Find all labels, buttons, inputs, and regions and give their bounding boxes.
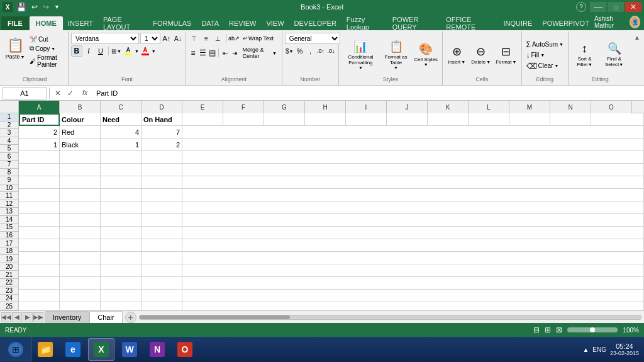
cell-d15[interactable] bbox=[142, 290, 182, 302]
col-header-b[interactable]: B bbox=[60, 101, 101, 113]
italic-button[interactable]: I bbox=[83, 45, 94, 57]
save-quick-btn[interactable]: 💾 bbox=[15, 3, 28, 12]
cell-c13[interactable] bbox=[101, 264, 142, 277]
cell-b9[interactable] bbox=[60, 214, 101, 227]
cell-b13[interactable] bbox=[60, 264, 101, 277]
tab-fuzzy-lookup[interactable]: Fuzzy Lookup bbox=[341, 16, 387, 30]
maximize-btn[interactable]: □ bbox=[608, 2, 624, 12]
cell-b2[interactable]: Red bbox=[60, 126, 101, 139]
cell-b11[interactable] bbox=[60, 239, 101, 252]
increase-decimal-btn[interactable]: .0↑ bbox=[316, 45, 326, 57]
cell-i1[interactable] bbox=[346, 113, 387, 126]
page-layout-view-btn[interactable]: ⊞ bbox=[545, 325, 551, 334]
row-num-9[interactable]: 9 bbox=[0, 176, 18, 184]
cell-e4[interactable] bbox=[182, 151, 644, 164]
formula-input[interactable] bbox=[94, 87, 641, 99]
tab-insert[interactable]: INSERT bbox=[63, 16, 98, 30]
clock[interactable]: 05:24 23-02-2015 bbox=[610, 342, 639, 356]
cell-e3[interactable] bbox=[182, 139, 644, 151]
cell-d12[interactable] bbox=[142, 252, 182, 264]
insert-btn[interactable]: ⊕ Insert▼ bbox=[445, 38, 468, 71]
cell-a7[interactable] bbox=[19, 189, 60, 201]
cell-e15[interactable] bbox=[182, 290, 644, 302]
cell-j1[interactable] bbox=[387, 113, 428, 126]
col-header-c[interactable]: C bbox=[101, 101, 142, 113]
format-painter-button[interactable]: 🖌 Format Painter bbox=[28, 54, 65, 69]
tab-power-query[interactable]: POWER QUERY bbox=[387, 16, 441, 30]
cell-e10[interactable] bbox=[182, 227, 644, 239]
number-format-select[interactable]: General bbox=[285, 33, 340, 44]
row-num-3[interactable]: 3 bbox=[0, 129, 18, 137]
clear-btn[interactable]: ⌫ Clear ▼ bbox=[525, 61, 561, 71]
cell-d13[interactable] bbox=[142, 264, 182, 277]
row-num-7[interactable]: 7 bbox=[0, 161, 18, 169]
add-sheet-btn[interactable]: + bbox=[125, 312, 136, 323]
accounting-format-btn[interactable]: $▼ bbox=[285, 45, 294, 57]
taskbar-ie[interactable]: e bbox=[60, 338, 86, 361]
cell-m1[interactable] bbox=[509, 113, 550, 126]
copy-button[interactable]: ⧉ Copy ▼ bbox=[28, 44, 65, 53]
tab-data[interactable]: DATA bbox=[196, 16, 224, 30]
fill-color-button[interactable]: A bbox=[123, 45, 134, 57]
cell-b8[interactable] bbox=[60, 201, 101, 214]
tab-powerpivot[interactable]: POWERPIVOT bbox=[537, 16, 594, 30]
row-num-2[interactable]: 2 bbox=[0, 122, 18, 130]
cell-a13[interactable] bbox=[19, 264, 60, 277]
cell-a16[interactable] bbox=[19, 302, 60, 310]
start-button[interactable]: ⊞ bbox=[0, 337, 31, 362]
cell-e11[interactable] bbox=[182, 239, 644, 252]
cell-e6[interactable] bbox=[182, 176, 644, 189]
sheet-scroll-left-btn[interactable]: ◀◀ bbox=[1, 312, 11, 322]
tab-page-layout[interactable]: PAGE LAYOUT bbox=[98, 16, 148, 30]
cell-d5[interactable] bbox=[142, 164, 182, 176]
row-num-1[interactable]: 1 bbox=[0, 113, 18, 122]
row-num-17[interactable]: 17 bbox=[0, 239, 18, 247]
decrease-indent-btn[interactable]: ⇤ bbox=[221, 47, 230, 59]
col-header-j[interactable]: J bbox=[387, 101, 428, 113]
decrease-decimal-btn[interactable]: .0↓ bbox=[326, 45, 336, 57]
ribbon-expand-btn[interactable]: ▲ bbox=[633, 33, 641, 42]
qa-dropdown-btn[interactable]: ▼ bbox=[53, 4, 61, 10]
format-btn[interactable]: ⊟ Format▼ bbox=[494, 38, 518, 71]
row-num-21[interactable]: 21 bbox=[0, 271, 18, 279]
cell-e14[interactable] bbox=[182, 277, 644, 290]
cell-e2[interactable] bbox=[182, 126, 644, 139]
cell-e7[interactable] bbox=[182, 189, 644, 201]
cell-c3[interactable]: 1 bbox=[101, 139, 142, 151]
cell-a14[interactable] bbox=[19, 277, 60, 290]
sheet-tab-chair[interactable]: Chair bbox=[89, 311, 122, 324]
row-num-14[interactable]: 14 bbox=[0, 216, 18, 224]
tab-view[interactable]: VIEW bbox=[261, 16, 289, 30]
cell-b14[interactable] bbox=[60, 277, 101, 290]
sheet-scroll-prev-btn[interactable]: ◀ bbox=[12, 312, 22, 322]
taskbar-misc2[interactable]: O bbox=[172, 338, 197, 361]
cell-e8[interactable] bbox=[182, 201, 644, 214]
cell-g1[interactable] bbox=[264, 113, 305, 126]
align-right-btn[interactable]: ▤ bbox=[208, 47, 216, 59]
cell-d14[interactable] bbox=[142, 277, 182, 290]
font-size-select[interactable]: 11 bbox=[140, 33, 160, 44]
tab-office-remote[interactable]: OFFICE REMOTE bbox=[441, 16, 498, 30]
col-header-o[interactable]: O bbox=[591, 101, 632, 113]
taskbar-file-explorer[interactable]: 📁 bbox=[33, 338, 58, 361]
cell-d2[interactable]: 7 bbox=[142, 126, 182, 139]
sheet-scroll-next-btn[interactable]: ▶ bbox=[23, 312, 33, 322]
redo-quick-btn[interactable]: ↪ bbox=[42, 3, 50, 11]
normal-view-btn[interactable]: ⊟ bbox=[533, 325, 540, 334]
cell-c5[interactable] bbox=[101, 164, 142, 176]
underline-button[interactable]: U bbox=[95, 45, 106, 57]
cell-k1[interactable] bbox=[428, 113, 469, 126]
cell-b1[interactable]: Colour bbox=[60, 113, 101, 126]
cell-e9[interactable] bbox=[182, 214, 644, 227]
border-button[interactable]: ⊞▼ bbox=[111, 45, 122, 57]
col-header-d[interactable]: D bbox=[142, 101, 182, 113]
cell-c12[interactable] bbox=[101, 252, 142, 264]
cell-d1[interactable]: On Hand bbox=[142, 113, 182, 126]
percent-format-btn[interactable]: % bbox=[295, 45, 304, 57]
cell-a15[interactable] bbox=[19, 290, 60, 302]
cell-n1[interactable] bbox=[550, 113, 591, 126]
autosum-btn[interactable]: Σ AutoSum ▼ bbox=[525, 40, 566, 50]
cut-button[interactable]: ✂️ Cut bbox=[28, 35, 65, 43]
cell-d10[interactable] bbox=[142, 227, 182, 239]
align-bottom-btn[interactable]: ⊥ bbox=[213, 33, 224, 44]
